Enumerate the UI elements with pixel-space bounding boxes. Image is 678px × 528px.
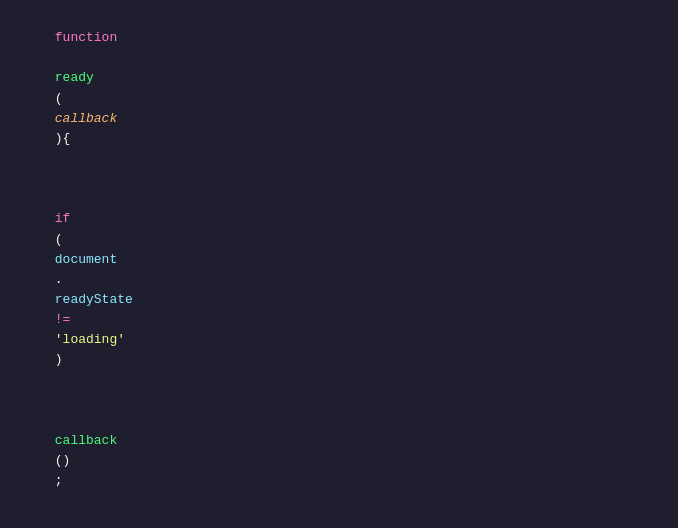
code-line-1: function ready ( callback ){ — [0, 8, 678, 169]
code-line-2: if ( document . readyState != 'loading' … — [0, 169, 678, 391]
keyword: function — [55, 30, 117, 45]
code-editor: function ready ( callback ){ if ( docume… — [0, 0, 678, 528]
code-line-3: callback () ; — [0, 391, 678, 512]
code-line-4: else if ( document . addEventListener ) — [0, 512, 678, 528]
function-name: ready — [55, 70, 94, 85]
